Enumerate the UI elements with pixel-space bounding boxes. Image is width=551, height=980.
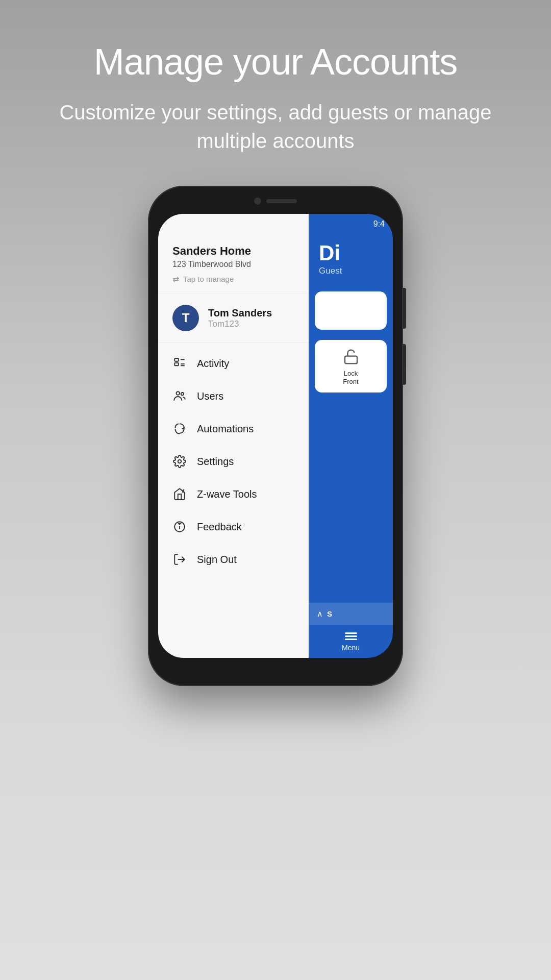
status-time: 9:4: [373, 219, 385, 229]
user-handle: Tom123: [208, 319, 272, 329]
menu-label-automations: Automations: [197, 423, 254, 435]
svg-point-8: [182, 491, 184, 493]
app-header-subtitle: Guest: [319, 266, 383, 276]
drawer-menu: Activity Users: [158, 343, 309, 658]
svg-rect-15: [345, 356, 357, 364]
app-bottom-text: S: [327, 609, 332, 618]
menu-label-users: Users: [197, 390, 223, 402]
menu-item-settings[interactable]: Settings: [158, 445, 309, 478]
lock-label: Lock Front: [343, 370, 358, 385]
svg-rect-0: [174, 358, 179, 361]
drawer-status-bar: [158, 214, 309, 234]
menu-label-activity: Activity: [197, 358, 229, 370]
phone-camera: [254, 198, 261, 205]
settings-icon: [172, 454, 187, 469]
zwave-icon: [172, 487, 187, 501]
menu-item-automations[interactable]: Automations: [158, 412, 309, 445]
svg-rect-1: [174, 363, 179, 365]
phone-speaker: [266, 199, 297, 203]
svg-point-7: [178, 460, 182, 463]
activity-icon: [172, 356, 187, 371]
drawer-user[interactable]: T Tom Sanders Tom123: [158, 293, 309, 343]
svg-line-10: [183, 490, 184, 491]
menu-item-users[interactable]: Users: [158, 380, 309, 412]
menu-item-zwave[interactable]: Z-wave Tools: [158, 478, 309, 510]
app-panel: 9:4 Di Guest: [309, 214, 393, 658]
drawer-account[interactable]: Sanders Home 123 Timberwood Blvd ⇄ Tap t…: [158, 234, 309, 293]
tap-to-manage-label: Tap to manage: [183, 275, 234, 283]
phone-wrapper: Sanders Home 123 Timberwood Blvd ⇄ Tap t…: [148, 186, 403, 686]
signout-icon: [172, 552, 187, 567]
app-menu-bottom[interactable]: Menu: [309, 625, 393, 658]
menu-label-zwave: Z-wave Tools: [197, 488, 257, 500]
phone-top-bar: [148, 186, 403, 216]
menu-item-signout[interactable]: Sign Out: [158, 543, 309, 576]
menu-label-feedback: Feedback: [197, 521, 242, 533]
chevron-up-icon: ∧: [317, 609, 323, 619]
subtitle: Customize your settings, add guests or m…: [41, 98, 510, 155]
phone-frame: Sanders Home 123 Timberwood Blvd ⇄ Tap t…: [148, 186, 403, 686]
phone-screen: Sanders Home 123 Timberwood Blvd ⇄ Tap t…: [158, 214, 393, 658]
svg-point-12: [179, 524, 180, 525]
drawer-panel: Sanders Home 123 Timberwood Blvd ⇄ Tap t…: [158, 214, 309, 658]
app-content-white: [315, 291, 387, 330]
app-menu-label: Menu: [342, 644, 360, 652]
app-bottom[interactable]: ∧ S: [309, 603, 393, 625]
menu-item-feedback[interactable]: Feedback: [158, 510, 309, 543]
hamburger-icon: [345, 631, 357, 642]
main-title: Manage your Accounts: [41, 41, 510, 83]
svg-point-6: [181, 393, 184, 395]
app-header-title: Di: [319, 242, 383, 264]
automations-icon: [172, 422, 187, 436]
user-name: Tom Sanders: [208, 307, 272, 319]
user-info: Tom Sanders Tom123: [208, 307, 272, 329]
menu-item-activity[interactable]: Activity: [158, 347, 309, 380]
phone-side-button-2: [403, 344, 406, 385]
app-header: Di Guest: [309, 234, 393, 286]
users-icon: [172, 389, 187, 403]
account-address: 123 Timberwood Blvd: [172, 260, 294, 269]
phone-side-button: [403, 288, 406, 329]
tap-to-manage[interactable]: ⇄ Tap to manage: [172, 274, 294, 284]
account-name: Sanders Home: [172, 244, 294, 258]
avatar: T: [172, 305, 199, 331]
svg-point-5: [177, 391, 180, 395]
lock-icon: [341, 347, 361, 366]
lock-card[interactable]: Lock Front: [315, 340, 387, 393]
app-status-bar: 9:4: [309, 214, 393, 234]
menu-label-settings: Settings: [197, 456, 234, 468]
swap-icon: ⇄: [172, 274, 179, 284]
header-section: Manage your Accounts Customize your sett…: [0, 0, 551, 186]
menu-label-signout: Sign Out: [197, 554, 237, 566]
feedback-icon: [172, 520, 187, 534]
